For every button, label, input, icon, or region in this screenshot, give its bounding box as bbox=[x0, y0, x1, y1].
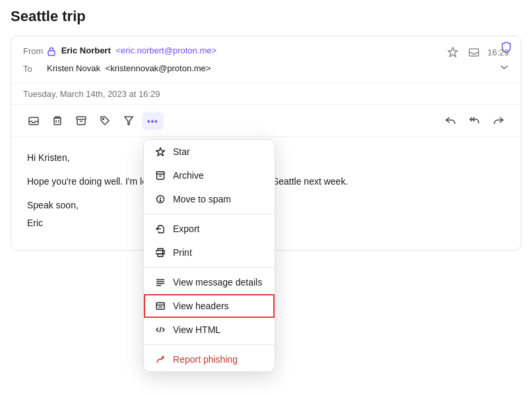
header-right-actions: 16:29 bbox=[445, 46, 509, 59]
menu-label-export: Export bbox=[173, 224, 199, 234]
svg-rect-24 bbox=[156, 303, 164, 309]
html-menu-icon bbox=[154, 325, 166, 334]
recipient-email: <kristennovak@proton.me> bbox=[106, 63, 211, 73]
menu-item-archive[interactable]: Archive bbox=[144, 164, 275, 187]
menu-item-spam[interactable]: Move to spam bbox=[144, 187, 275, 211]
archive-menu-icon bbox=[154, 171, 166, 180]
move-to-toolbar-btn[interactable] bbox=[23, 111, 44, 130]
svg-line-27 bbox=[160, 327, 161, 332]
lock-icon bbox=[47, 47, 56, 56]
menu-item-view-html[interactable]: View HTML bbox=[144, 318, 275, 342]
menu-item-report-phishing[interactable]: Report phishing bbox=[144, 348, 275, 371]
filter-toolbar-btn[interactable] bbox=[118, 111, 139, 130]
svg-rect-7 bbox=[77, 117, 86, 119]
menu-label-view-html: View HTML bbox=[173, 324, 220, 335]
svg-point-9 bbox=[103, 119, 104, 120]
menu-item-star[interactable]: Star bbox=[144, 140, 275, 164]
inbox-button[interactable] bbox=[466, 46, 482, 59]
email-date: Tuesday, March 14th, 2023 at 16:29 bbox=[11, 84, 521, 105]
menu-label-print: Print bbox=[173, 247, 192, 258]
divider-2 bbox=[144, 267, 275, 268]
sender-email: <eric.norbert@proton.me> bbox=[116, 46, 216, 55]
headers-menu-icon bbox=[154, 301, 166, 311]
svg-point-19 bbox=[162, 252, 164, 253]
to-label: To bbox=[23, 63, 47, 74]
email-time: 16:29 bbox=[487, 47, 509, 57]
page-title: Seattle trip bbox=[11, 8, 521, 25]
details-menu-icon bbox=[154, 278, 166, 287]
archive-toolbar-btn[interactable] bbox=[71, 111, 92, 130]
menu-label-spam: Move to spam bbox=[173, 194, 231, 204]
svg-point-16 bbox=[160, 200, 160, 201]
to-value: Kristen Novak <kristennovak@proton.me> bbox=[47, 63, 494, 73]
forward-toolbar-btn[interactable] bbox=[488, 111, 509, 130]
print-menu-icon bbox=[154, 248, 166, 257]
divider-1 bbox=[144, 214, 275, 214]
expand-button[interactable] bbox=[500, 63, 509, 74]
menu-label-report-phishing: Report phishing bbox=[173, 354, 238, 365]
more-toolbar-btn[interactable]: ••• bbox=[142, 112, 164, 130]
from-label: From bbox=[23, 46, 47, 56]
recipient-name: Kristen Novak bbox=[47, 63, 100, 73]
menu-item-view-details[interactable]: View message details bbox=[144, 270, 275, 294]
menu-label-view-headers: View headers bbox=[173, 301, 229, 311]
label-toolbar-btn[interactable] bbox=[94, 111, 116, 130]
menu-item-view-headers[interactable]: View headers bbox=[144, 294, 275, 318]
phishing-menu-icon bbox=[154, 355, 166, 364]
email-header: From Eric Norbert <eric.norbert@proton.m… bbox=[11, 36, 521, 84]
email-container: From Eric Norbert <eric.norbert@proton.m… bbox=[11, 36, 521, 251]
toolbar-right bbox=[440, 111, 509, 130]
reply-all-toolbar-btn[interactable] bbox=[464, 111, 485, 130]
menu-label-star: Star bbox=[173, 146, 190, 157]
menu-item-export[interactable]: Export bbox=[144, 217, 275, 241]
svg-marker-10 bbox=[125, 117, 133, 125]
dropdown-menu: Star Archive bbox=[143, 139, 275, 372]
svg-marker-11 bbox=[156, 148, 165, 156]
toolbar: ••• bbox=[11, 105, 521, 137]
to-row: To Kristen Novak <kristennovak@proton.me… bbox=[23, 63, 509, 74]
menu-item-print[interactable]: Print bbox=[144, 241, 275, 264]
sender-name: Eric Norbert bbox=[61, 46, 111, 55]
divider-3 bbox=[144, 344, 275, 345]
trash-toolbar-btn[interactable] bbox=[47, 111, 68, 130]
svg-marker-1 bbox=[448, 47, 457, 57]
star-menu-icon bbox=[154, 147, 166, 156]
from-row: From Eric Norbert <eric.norbert@proton.m… bbox=[23, 46, 509, 59]
menu-label-archive: Archive bbox=[173, 170, 204, 181]
spam-menu-icon bbox=[154, 195, 166, 204]
star-button[interactable] bbox=[445, 46, 461, 59]
reply-toolbar-btn[interactable] bbox=[440, 111, 461, 130]
export-menu-icon bbox=[154, 224, 166, 233]
svg-rect-0 bbox=[48, 51, 55, 55]
svg-rect-4 bbox=[54, 118, 61, 125]
menu-label-view-details: View message details bbox=[173, 277, 262, 288]
svg-rect-12 bbox=[156, 172, 164, 175]
from-value: Eric Norbert <eric.norbert@proton.me> bbox=[47, 46, 445, 56]
